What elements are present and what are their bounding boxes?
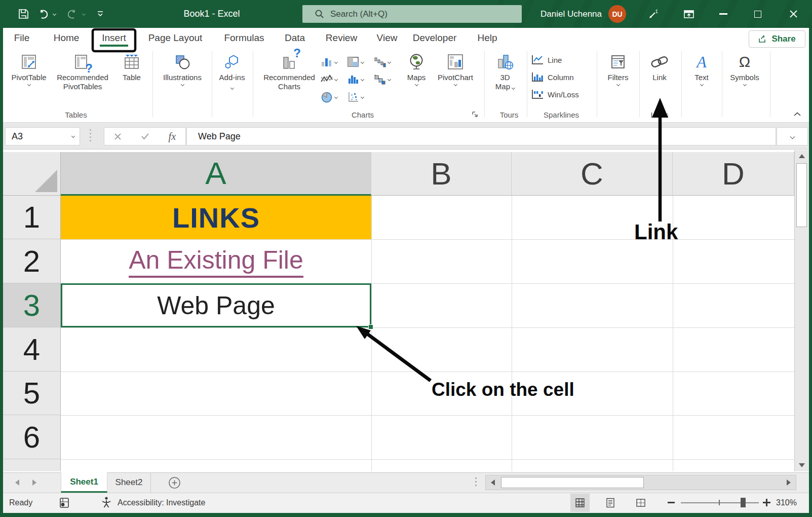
sheet-tab-sheet2[interactable]: Sheet2 bbox=[107, 472, 151, 493]
name-box[interactable]: A3 bbox=[5, 127, 80, 145]
collapse-ribbon-chevron[interactable] bbox=[793, 112, 801, 117]
sheet-nav-left-icon[interactable] bbox=[15, 479, 19, 486]
vertical-scrollbar[interactable] bbox=[794, 150, 809, 471]
insert-scatter-chart-button[interactable] bbox=[347, 91, 364, 103]
save-button[interactable] bbox=[13, 0, 33, 28]
tab-review[interactable]: Review bbox=[326, 28, 357, 48]
close-button[interactable] bbox=[781, 0, 805, 28]
select-all-corner[interactable] bbox=[3, 152, 61, 196]
cancel-icon[interactable] bbox=[114, 133, 122, 140]
row-header-1[interactable]: 1 bbox=[3, 196, 61, 239]
enter-check-icon[interactable] bbox=[141, 133, 149, 140]
tab-data[interactable]: Data bbox=[285, 28, 305, 48]
row-header-5[interactable]: 5 bbox=[3, 372, 61, 415]
insert-combo-chart-button[interactable] bbox=[374, 73, 391, 85]
scroll-down-icon[interactable] bbox=[799, 463, 805, 467]
sparkline-line-button[interactable]: Line bbox=[531, 54, 562, 65]
maximize-button[interactable] bbox=[746, 0, 770, 28]
horizontal-scrollbar[interactable] bbox=[485, 475, 796, 490]
row-header-2[interactable]: 2 bbox=[3, 239, 61, 283]
minimize-button[interactable] bbox=[711, 0, 736, 28]
text-button[interactable]: A Text bbox=[687, 52, 716, 86]
column-header-b[interactable]: B bbox=[371, 152, 512, 196]
formula-input[interactable]: Web Page bbox=[186, 127, 776, 145]
column-header-c[interactable]: C bbox=[512, 152, 673, 196]
column-header-a[interactable]: A bbox=[61, 152, 371, 196]
sheet-nav-right-icon[interactable] bbox=[32, 479, 36, 486]
add-ins-button[interactable]: Add-ins bbox=[218, 52, 246, 91]
tabbar-drag-handle[interactable] bbox=[475, 477, 477, 486]
zoom-slider-thumb[interactable] bbox=[741, 498, 746, 507]
fill-handle[interactable] bbox=[368, 324, 373, 329]
charts-dialog-launcher[interactable] bbox=[472, 111, 479, 118]
share-button[interactable]: Share bbox=[749, 30, 805, 48]
recommended-charts-button[interactable]: ? Recommended Charts bbox=[260, 52, 319, 91]
sparkline-column-button[interactable]: Column bbox=[531, 71, 574, 83]
pivotchart-button[interactable]: PivotChart bbox=[432, 52, 479, 86]
view-page-break-button[interactable] bbox=[631, 494, 650, 512]
row-header-3[interactable]: 3 bbox=[3, 283, 61, 327]
redo-dropdown-chevron[interactable] bbox=[79, 0, 88, 28]
insert-hierarchy-chart-button[interactable] bbox=[347, 56, 364, 68]
expand-formula-bar-button[interactable] bbox=[777, 127, 808, 145]
status-zoom-level[interactable]: 310% bbox=[776, 493, 797, 513]
row-header-6[interactable]: 6 bbox=[3, 415, 61, 459]
hyperlink-existing-file[interactable]: An Existing File bbox=[129, 245, 303, 278]
maps-button[interactable]: Maps bbox=[400, 52, 433, 86]
sheet-tab-sheet1[interactable]: Sheet1 bbox=[61, 472, 107, 493]
link-button[interactable]: Link bbox=[644, 52, 675, 82]
zoom-slider-track[interactable] bbox=[681, 502, 759, 503]
table-button[interactable]: Table bbox=[114, 52, 149, 82]
macro-record-icon[interactable] bbox=[59, 497, 70, 508]
insert-column-chart-button[interactable] bbox=[321, 56, 337, 68]
insert-waterfall-chart-button[interactable] bbox=[374, 56, 391, 68]
tab-formulas[interactable]: Formulas bbox=[224, 28, 264, 48]
vertical-scrollbar-thumb[interactable] bbox=[796, 163, 807, 227]
insert-line-chart-button[interactable] bbox=[321, 73, 337, 85]
horizontal-scrollbar-thumb[interactable] bbox=[501, 477, 644, 488]
sparkline-winloss-button[interactable]: Win/Loss bbox=[531, 89, 579, 100]
undo-button[interactable] bbox=[34, 0, 52, 28]
scroll-left-icon[interactable] bbox=[491, 479, 495, 486]
view-normal-button[interactable] bbox=[570, 494, 590, 512]
zoom-in-plus[interactable] bbox=[763, 499, 770, 506]
view-page-layout-button[interactable] bbox=[601, 494, 620, 512]
column-header-d[interactable]: D bbox=[673, 152, 794, 196]
cell-a3-selected[interactable]: Web Page bbox=[61, 283, 371, 327]
scroll-right-icon[interactable] bbox=[787, 479, 791, 486]
tab-developer[interactable]: Developer bbox=[413, 28, 457, 48]
undo-dropdown-chevron[interactable] bbox=[50, 0, 59, 28]
illustrations-button[interactable]: Illustrations bbox=[156, 52, 209, 86]
quick-access-customize-button[interactable] bbox=[92, 0, 108, 28]
row-header-4[interactable]: 4 bbox=[3, 327, 61, 372]
normal-view-icon bbox=[575, 498, 585, 508]
cell-a2[interactable]: An Existing File bbox=[61, 239, 371, 283]
pivottable-button[interactable]: PivotTable bbox=[6, 52, 52, 86]
zoom-out-minus[interactable] bbox=[668, 502, 675, 503]
search-box[interactable]: Search (Alt+Q) bbox=[302, 5, 522, 23]
group-label-charts: Charts bbox=[352, 110, 374, 119]
ribbon-display-options-icon[interactable] bbox=[677, 0, 701, 28]
tab-page-layout[interactable]: Page Layout bbox=[148, 28, 203, 48]
tab-file[interactable]: File bbox=[14, 28, 30, 48]
cell-a1[interactable]: LINKS bbox=[61, 196, 371, 239]
insert-statistic-chart-button[interactable] bbox=[347, 73, 364, 85]
inking-pen-icon[interactable] bbox=[641, 0, 666, 28]
new-sheet-button[interactable] bbox=[168, 476, 181, 489]
tab-help[interactable]: Help bbox=[477, 28, 497, 48]
insert-pie-chart-button[interactable] bbox=[321, 91, 337, 103]
avatar[interactable]: DU bbox=[608, 5, 626, 23]
tab-view[interactable]: View bbox=[377, 28, 398, 48]
accessibility-icon[interactable] bbox=[100, 496, 112, 508]
recommended-pivottables-button[interactable]: ? Recommended PivotTables bbox=[51, 52, 114, 91]
symbols-button[interactable]: Ω Symbols bbox=[725, 52, 764, 86]
insert-function-icon[interactable]: fx bbox=[169, 131, 176, 142]
text-chevron-icon bbox=[700, 83, 703, 86]
tab-home[interactable]: Home bbox=[54, 28, 80, 48]
gridline bbox=[61, 415, 794, 416]
filters-button[interactable]: Filters bbox=[600, 52, 636, 86]
3d-map-button[interactable]: 3D Map bbox=[490, 52, 520, 91]
formula-bar-drag-handle[interactable] bbox=[90, 129, 91, 141]
scroll-up-icon[interactable] bbox=[799, 154, 805, 158]
redo-button[interactable] bbox=[64, 0, 81, 28]
